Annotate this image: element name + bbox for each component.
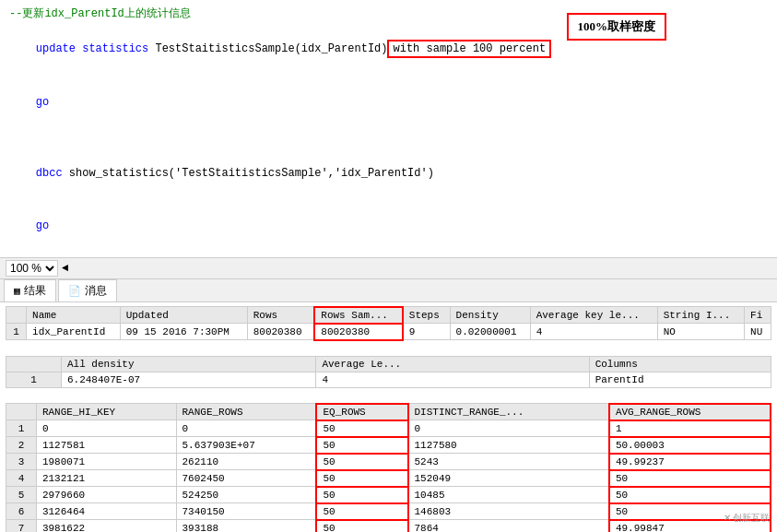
sample-highlight: with sample 100 percent [387,40,551,58]
tab-messages-label: 消息 [85,283,107,299]
code-line-dbcc: dbcc show_statistics('TestStaitisticsSam… [9,148,768,201]
tab-messages[interactable]: 📄 消息 [58,279,117,301]
stats-table-3: RANGE_HI_KEYRANGE_ROWSEQ_ROWSDISTINCT_RA… [6,403,771,532]
results-icon: ▦ [14,285,20,297]
tab-results-label: 结果 [24,283,46,299]
tab-results[interactable]: ▦ 结果 [4,279,56,301]
stats-table-2: All densityAverage Le...Columns 16.24840… [6,356,771,388]
toolbar: 100 % ◄ [0,258,777,279]
stats-table-1: NameUpdatedRowsRows Sam...StepsDensityAv… [6,306,771,341]
code-line-go2: go [9,200,768,254]
watermark-text: ✕ 创新互联 [724,513,771,523]
code-line-go1: go [9,77,768,130]
tabs-bar: ▦ 结果 📄 消息 [0,279,777,302]
keyword-go2: go [36,219,49,232]
keyword-update: update statistics [36,42,156,55]
dbcc-call: show_statistics('TestStaitisticsSample',… [69,167,434,180]
zoom-arrow: ◄ [62,262,68,275]
callout-box: 100%取样密度 [567,13,667,41]
results-section: NameUpdatedRowsRows Sam...StepsDensityAv… [0,302,777,532]
zoom-select[interactable]: 100 % [6,260,58,277]
keyword-dbcc: dbcc [36,167,69,180]
keyword-go1: go [36,96,49,109]
code-blank [9,129,768,147]
watermark: ✕ 创新互联 [724,512,771,525]
code-section: --更新idx_ParentId上的统计信息 update statistics… [0,0,777,258]
code-table: TestStaitisticsSample(idx_ParentId) [155,42,387,55]
messages-icon: 📄 [68,285,81,297]
